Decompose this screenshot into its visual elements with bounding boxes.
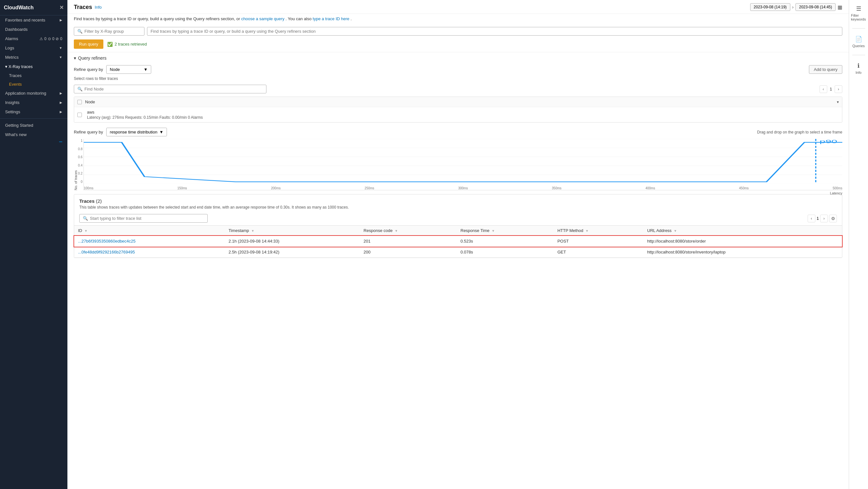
sidebar-item-insights[interactable]: Settings ▶: [0, 107, 67, 117]
drag-hint: Drag and drop on the graph to select a t…: [757, 130, 842, 134]
node-search-row: 🔍 ‹ 1 ›: [67, 83, 849, 95]
desc-text3: .: [350, 17, 352, 21]
chart-svg: p90: [84, 139, 842, 184]
sidebar-item-settings[interactable]: Getting Started: [0, 121, 67, 130]
node-details: aws Latency (avg): 276ms Requests: 0.15/…: [87, 110, 203, 120]
sidebar-item-logs[interactable]: Logs ▼: [0, 43, 67, 53]
description-row: Find traces by typing a trace ID or quer…: [67, 14, 849, 24]
chart-container: No. of traces 1 0.8 0.6 0.4 0.2 0: [74, 139, 842, 190]
search-row: 🔍: [67, 24, 849, 38]
chart-x-labels: 100ms 150ms 200ms 250ms 300ms 350ms 400m…: [84, 187, 842, 190]
sidebar-item-events[interactable]: Application monitoring ▶: [0, 89, 67, 98]
cell-id: ...0fe48dd9f9292166b2769495: [74, 247, 225, 258]
page-header: Traces Info 2023-09-08 (14:19) › 2023-09…: [67, 0, 849, 14]
response-time-sort-icon: ▼: [492, 229, 495, 233]
sidebar-item-favorites[interactable]: Favorites and recents ▶: [0, 15, 67, 25]
sidebar-item-dashboards[interactable]: Dashboards: [0, 25, 67, 34]
filter-icon: ☰: [856, 5, 861, 12]
node-search-input[interactable]: [85, 87, 263, 92]
node-search-container: 🔍: [74, 85, 267, 93]
traces-filter-icon: 🔍: [83, 216, 88, 221]
node-table: Node ▾ aws Latency (avg): 276ms Requests…: [74, 97, 842, 123]
node-row-checkbox[interactable]: [78, 112, 82, 117]
url-sort-icon: ▼: [674, 229, 677, 233]
sidebar-item-alarms[interactable]: Alarms ⚠0 ⊙0 ⊘0: [0, 34, 67, 43]
info-icon: ℹ: [858, 62, 860, 69]
calendar-icon[interactable]: ▦: [837, 4, 842, 10]
traces-filter-container: 🔍: [79, 214, 208, 223]
search-small-icon: 🔍: [78, 29, 83, 34]
node-search-icon: 🔍: [78, 87, 83, 92]
sidebar-item-xray[interactable]: ▾ X-Ray traces: [0, 62, 67, 71]
distribution-option-label: response time distribution: [110, 130, 157, 134]
right-panel: ☰ Filter keywords 📄 Queries ℹ Info: [849, 0, 868, 489]
scrollable-content: Traces Info 2023-09-08 (14:19) › 2023-09…: [67, 0, 849, 489]
sidebar-item-getting-started[interactable]: What's new: [0, 130, 67, 139]
group-filter-container: 🔍: [74, 27, 145, 36]
traces-label: Events: [9, 82, 22, 87]
query-refiners-label: Query refiners: [78, 56, 106, 61]
alarms-label: Alarms: [5, 36, 18, 41]
cell-response-time: 0.078s: [457, 247, 554, 258]
check-icon: ✅: [107, 42, 113, 47]
filter-keywords-item[interactable]: ☰ Filter keywords: [849, 3, 868, 23]
traces-tbody: ...27b6f3935350860edbec4c25 2.1h (2023-0…: [74, 236, 842, 258]
table-header-row: ID ▼ Timestamp ▼ Response code ▼ Respons…: [74, 226, 842, 236]
refine-label: Refine query by: [74, 67, 103, 72]
dashboards-label: Dashboards: [5, 27, 28, 32]
alarm-warning-icon: ⚠: [39, 37, 43, 41]
traces-description: This table shows traces with updates bet…: [79, 205, 837, 209]
node-next-button[interactable]: ›: [835, 85, 842, 93]
cell-response-code: 200: [360, 247, 457, 258]
chart-inner[interactable]: 1 0.8 0.6 0.4 0.2 0: [84, 139, 842, 190]
trace-id-link[interactable]: ...0fe48dd9f9292166b2769495: [78, 250, 135, 255]
traces-section: Traces (2) This table shows traces with …: [74, 194, 842, 258]
node-option-label: Node: [110, 67, 120, 72]
traces-next-button[interactable]: ›: [820, 215, 828, 222]
table-row: ...27b6f3935350860edbec4c25 2.1h (2023-0…: [74, 236, 842, 247]
node-page-number: 1: [829, 87, 833, 92]
info-item[interactable]: ℹ Info: [854, 60, 863, 76]
sample-query-link[interactable]: choose a sample query: [241, 17, 284, 21]
sidebar-item-app-monitoring[interactable]: Insights ▶: [0, 98, 67, 107]
close-icon[interactable]: ✕: [59, 4, 64, 10]
queries-item[interactable]: 📄 Queries: [850, 34, 867, 50]
trace-search-input[interactable]: [147, 27, 842, 36]
select-arrow-icon: ▼: [144, 67, 148, 72]
add-to-query-button[interactable]: Add to query: [809, 65, 842, 74]
sidebar-item-service-map[interactable]: Traces: [0, 71, 67, 80]
traces-filter-input[interactable]: [90, 216, 204, 221]
node-prev-button[interactable]: ‹: [819, 85, 827, 93]
sidebar-item-whats-new[interactable]: [0, 139, 67, 144]
node-column-label: Node: [85, 99, 95, 104]
group-filter-input[interactable]: [85, 29, 141, 34]
alarm-counts: ⚠0 ⊙0 ⊘0: [39, 37, 62, 41]
query-refiners-header[interactable]: ▾ Query refiners: [67, 52, 849, 63]
sidebar-item-metrics[interactable]: Metrics ▼: [0, 53, 67, 62]
date-start-button[interactable]: 2023-09-08 (14:19): [750, 3, 790, 11]
http-method-sort-icon: ▼: [586, 229, 589, 233]
events-arrow: ▶: [60, 92, 62, 95]
traces-settings-button[interactable]: ⚙: [829, 215, 837, 222]
type-trace-link[interactable]: type a trace ID here: [313, 17, 349, 21]
date-end-button[interactable]: 2023-09-08 (14:45): [796, 3, 836, 11]
distribution-select[interactable]: response time distribution ▼: [106, 128, 167, 136]
trace-id-link[interactable]: ...27b6f3935350860edbec4c25: [78, 239, 135, 243]
refine-by-row: Refine query by Node ▼ Add to query: [67, 63, 849, 76]
right-panel-divider2: [852, 55, 865, 55]
info-link[interactable]: Info: [95, 5, 102, 10]
alarm-ok-icon: ⊙: [48, 37, 51, 41]
cell-response-code: 201: [360, 236, 457, 247]
run-query-row: Run query ✅ 2 traces retrieved: [67, 38, 849, 52]
cell-http-method: GET: [553, 247, 643, 258]
distribution-select-arrow: ▼: [159, 130, 163, 134]
traces-prev-button[interactable]: ‹: [808, 215, 815, 222]
col-timestamp: Timestamp ▼: [225, 226, 360, 236]
run-query-button[interactable]: Run query: [74, 39, 103, 49]
select-all-checkbox[interactable]: [78, 100, 82, 104]
col-http-method: HTTP Method ▼: [553, 226, 643, 236]
date-range: 2023-09-08 (14:19) › 2023-09-08 (14:45) …: [750, 3, 842, 11]
select-rows-hint: Select rows to filter traces: [67, 76, 849, 83]
sidebar-item-traces[interactable]: Events: [0, 80, 67, 89]
refine-select[interactable]: Node ▼: [106, 65, 151, 74]
